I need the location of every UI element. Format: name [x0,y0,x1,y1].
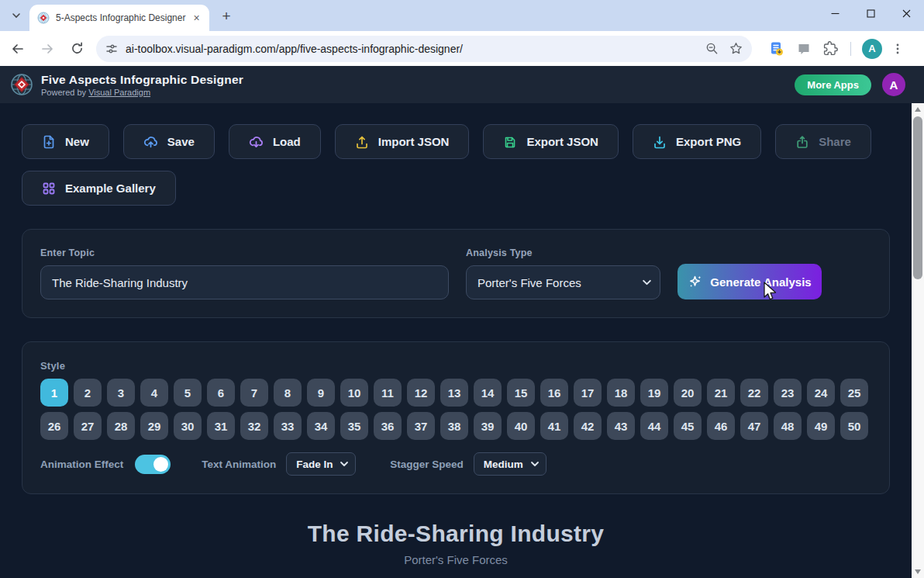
visual-paradigm-link[interactable]: Visual Paradigm [88,88,150,97]
style-option-19[interactable]: 19 [640,379,668,407]
style-option-29[interactable]: 29 [140,412,168,440]
url-text[interactable]: ai-toolbox.visual-paradigm.com/app/five-… [126,43,695,55]
style-option-10[interactable]: 10 [340,379,368,407]
kebab-menu-icon[interactable] [891,43,904,55]
translate-doc-icon[interactable] [769,41,784,57]
zoom-out-icon[interactable] [705,42,719,55]
style-option-48[interactable]: 48 [774,412,802,440]
style-option-50[interactable]: 50 [840,412,868,440]
style-option-46[interactable]: 46 [707,412,735,440]
page-scrollbar[interactable] [912,103,924,578]
tab-search-chevron-icon[interactable] [6,5,26,26]
style-option-45[interactable]: 45 [674,412,702,440]
style-option-31[interactable]: 31 [207,412,235,440]
toolbar-button-label: Export PNG [676,135,741,148]
style-option-47[interactable]: 47 [740,412,768,440]
animation-effect-toggle[interactable] [135,455,171,474]
style-option-17[interactable]: 17 [574,379,602,407]
style-option-2[interactable]: 2 [74,379,102,407]
stagger-speed-label: Stagger Speed [390,459,464,470]
style-option-12[interactable]: 12 [407,379,435,407]
style-option-3[interactable]: 3 [107,379,135,407]
infographic-subtitle: Porter's Five Forces [22,553,890,566]
style-option-43[interactable]: 43 [607,412,635,440]
style-option-30[interactable]: 30 [174,412,202,440]
style-option-28[interactable]: 28 [107,412,135,440]
minimize-icon[interactable] [817,0,853,26]
file-plus-icon [42,135,56,149]
page-title: Five Aspects Infographic Designer [41,73,243,87]
toolbar-button-load[interactable]: Load [229,124,321,159]
style-option-6[interactable]: 6 [207,379,235,407]
more-apps-button[interactable]: More Apps [795,74,871,95]
style-option-9[interactable]: 9 [307,379,335,407]
style-option-24[interactable]: 24 [807,379,835,407]
scrollbar-up-arrow[interactable] [912,103,924,116]
reload-icon[interactable] [65,37,88,61]
scrollbar-down-arrow[interactable] [912,566,924,578]
browser-profile-avatar[interactable]: A [862,39,882,59]
style-option-42[interactable]: 42 [574,412,602,440]
style-option-15[interactable]: 15 [507,379,535,407]
style-option-22[interactable]: 22 [740,379,768,407]
toolbar-button-save[interactable]: Save [123,124,215,159]
style-option-26[interactable]: 26 [40,412,68,440]
style-option-49[interactable]: 49 [807,412,835,440]
style-option-39[interactable]: 39 [474,412,502,440]
toolbar-button-new[interactable]: New [22,124,109,159]
toolbar-button-import-json[interactable]: Import JSON [335,124,470,159]
url-bar[interactable]: ai-toolbox.visual-paradigm.com/app/five-… [96,36,752,62]
style-option-44[interactable]: 44 [640,412,668,440]
style-option-18[interactable]: 18 [607,379,635,407]
user-avatar[interactable]: A [882,73,905,96]
style-option-21[interactable]: 21 [707,379,735,407]
style-option-7[interactable]: 7 [240,379,268,407]
style-option-27[interactable]: 27 [74,412,102,440]
style-option-37[interactable]: 37 [407,412,435,440]
style-option-5[interactable]: 5 [174,379,202,407]
style-option-34[interactable]: 34 [307,412,335,440]
bookmark-star-icon[interactable] [729,42,743,55]
extensions-puzzle-icon[interactable] [823,41,838,56]
style-option-1[interactable]: 1 [40,379,68,407]
maximize-icon[interactable] [853,0,888,26]
style-option-33[interactable]: 33 [274,412,302,440]
tune-icon[interactable] [105,43,118,55]
style-option-20[interactable]: 20 [674,379,702,407]
browser-tab[interactable]: 5-Aspects Infographic Designer × [29,5,209,31]
style-option-14[interactable]: 14 [474,379,502,407]
close-icon[interactable] [888,0,924,26]
style-card: Style 1234567891011121314151617181920212… [22,341,890,494]
style-option-25[interactable]: 25 [840,379,868,407]
analysis-type-select[interactable]: Porter's Five Forces [466,265,660,299]
toolbar-button-export-png[interactable]: Export PNG [633,124,761,159]
style-option-32[interactable]: 32 [240,412,268,440]
example-gallery-button[interactable]: Example Gallery [22,171,176,206]
style-option-8[interactable]: 8 [274,379,302,407]
share-icon [795,135,809,149]
style-option-36[interactable]: 36 [374,412,402,440]
toolbar-button-label: Share [819,135,851,148]
style-option-11[interactable]: 11 [374,379,402,407]
style-option-40[interactable]: 40 [507,412,535,440]
style-option-13[interactable]: 13 [440,379,468,407]
back-arrow-icon[interactable] [6,37,29,61]
style-option-41[interactable]: 41 [540,412,568,440]
tab-close-icon[interactable]: × [190,12,203,25]
scrollbar-thumb[interactable] [913,116,922,279]
toolbar-button-label: Import JSON [378,135,450,148]
style-option-4[interactable]: 4 [140,379,168,407]
text-animation-select[interactable]: Fade In [286,452,356,476]
toolbar-button-export-json[interactable]: Export JSON [483,124,619,159]
topic-input[interactable] [40,265,449,299]
style-grid: 1234567891011121314151617181920212223242… [40,379,871,440]
new-tab-icon[interactable]: + [217,7,236,26]
style-option-38[interactable]: 38 [440,412,468,440]
style-option-16[interactable]: 16 [540,379,568,407]
style-option-23[interactable]: 23 [774,379,802,407]
stagger-speed-select[interactable]: Medium [474,452,546,476]
topic-card: Enter Topic Analysis Type Porter's Five … [22,229,890,318]
style-option-35[interactable]: 35 [340,412,368,440]
chat-icon[interactable] [797,42,811,56]
generate-analysis-button[interactable]: Generate Analysis [677,264,822,299]
